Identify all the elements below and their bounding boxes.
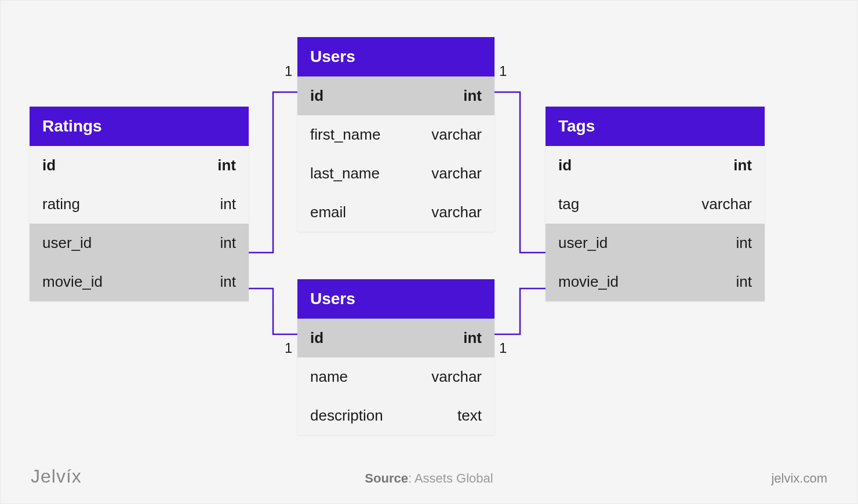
column-name: id [558, 156, 572, 174]
entity-row-movie-id: movie_id int [546, 262, 765, 301]
column-type: int [463, 87, 482, 105]
entity-title: Tags [546, 107, 765, 146]
column-type: varchar [431, 126, 482, 144]
column-type: text [457, 407, 482, 425]
entity-title: Users [297, 279, 495, 319]
cardinality-label: 1 [285, 340, 292, 356]
entity-row-user-id: user_id int [546, 224, 765, 262]
entity-row-last-name: last_name varchar [297, 154, 495, 193]
logo-text: Jelvíx [31, 466, 82, 487]
cardinality-label: 1 [285, 63, 292, 79]
column-name: id [310, 329, 323, 347]
entity-row-id: id int [30, 146, 249, 185]
entity-row-email: email varchar [297, 193, 495, 232]
cardinality-label: 1 [499, 340, 507, 356]
column-name: movie_id [558, 273, 619, 291]
entity-row-id: id int [546, 146, 765, 185]
site-url: jelvix.com [771, 471, 827, 486]
entity-row-id: id int [297, 319, 495, 357]
entity-row-name: name varchar [297, 357, 495, 396]
column-type: int [733, 156, 752, 174]
column-name: id [42, 156, 56, 174]
source-attribution: Source: Assets Global [365, 471, 493, 486]
column-type: int [736, 273, 752, 291]
column-type: int [220, 273, 236, 291]
entity-users-bottom: Users id int name varchar description te… [297, 279, 495, 435]
entity-row-id: id int [297, 76, 495, 115]
entity-row-user-id: user_id int [30, 224, 249, 262]
entity-row-first-name: first_name varchar [297, 115, 495, 154]
column-name: tag [558, 195, 579, 213]
entity-row-description: description text [297, 396, 495, 435]
column-type: int [217, 156, 236, 174]
entity-ratings: Ratings id int rating int user_id int mo… [30, 107, 249, 301]
entity-title: Ratings [30, 107, 249, 146]
source-label: Source [365, 471, 408, 485]
entity-users-top: Users id int first_name varchar last_nam… [297, 37, 495, 232]
column-type: int [463, 329, 482, 347]
column-type: varchar [431, 165, 482, 182]
column-name: rating [42, 195, 80, 213]
column-type: int [220, 234, 236, 252]
entity-tags: Tags id int tag varchar user_id int movi… [546, 107, 765, 301]
column-name: last_name [310, 165, 380, 182]
entity-title: Users [297, 37, 495, 76]
column-type: int [220, 195, 236, 213]
cardinality-label: 1 [499, 63, 507, 79]
column-type: varchar [431, 368, 482, 386]
column-name: email [310, 203, 346, 221]
column-name: first_name [310, 126, 380, 144]
column-name: name [310, 368, 348, 386]
entity-row-movie-id: movie_id int [30, 262, 249, 301]
entity-row-rating: rating int [30, 185, 249, 224]
column-name: description [310, 407, 383, 425]
entity-row-tag: tag varchar [546, 185, 765, 224]
column-name: user_id [558, 234, 608, 252]
column-name: movie_id [42, 273, 103, 291]
column-type: varchar [431, 203, 482, 221]
diagram-canvas: 1 1 1 1 Ratings id int rating int user_i… [1, 1, 857, 503]
column-type: int [736, 234, 752, 252]
column-name: id [310, 87, 323, 105]
source-value: Assets Global [415, 471, 493, 485]
column-type: varchar [701, 195, 752, 213]
column-name: user_id [42, 234, 92, 252]
